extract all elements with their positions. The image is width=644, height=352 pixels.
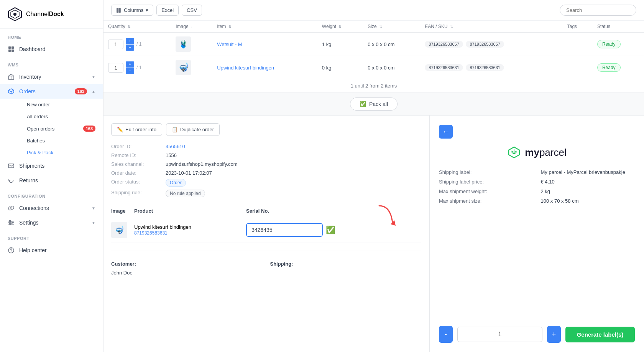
prod-ean-link[interactable]: 8719326583631 [134,230,168,236]
sort-size-icon[interactable]: ⇅ [379,25,382,29]
qty-btns-2: + − [126,61,134,74]
qty-input-1[interactable] [108,40,123,49]
label-qty-minus-button[interactable]: - [439,326,453,343]
prod-serial-cell: ✅ [246,217,421,243]
sidebar-item-shipments[interactable]: Shipments [0,159,103,173]
shipping-label: Shipping: [270,261,422,267]
customer-label: Customer: [111,261,263,267]
logo-icon [8,7,22,21]
search-input[interactable] [560,5,636,16]
shipping-panel: ← myparcel Shipping label: My parcel - M… [429,116,644,352]
svg-rect-4 [12,46,14,49]
excel-button[interactable]: Excel [156,5,179,16]
qty-input-2[interactable] [108,63,123,73]
customer-col: Customer: John Doe [111,261,263,277]
cube-icon [8,88,15,95]
dashboard-label: Dashboard [19,46,95,52]
item-link-2[interactable]: Upwind kitesurf bindingen [217,65,274,71]
excel-label: Excel [161,7,174,13]
label-price-value: € 4.10 [541,179,635,185]
order-info-grid: Order ID: 4565610 Remote ID: 1556 Sales … [111,144,421,197]
sort-item-icon[interactable]: ⇅ [228,25,232,29]
prod-col-image: Image [111,205,134,217]
box-icon [8,73,15,80]
sidebar-item-help[interactable]: Help center [0,243,103,258]
sales-channel-label: Sales channel: [111,161,161,167]
csv-button[interactable]: CSV [182,5,202,16]
serial-no-input[interactable] [246,223,323,237]
shipping-col: Shipping: [270,261,422,277]
help-label: Help center [19,247,95,253]
edit-order-label: Edit order info [125,127,156,132]
svg-rect-3 [8,46,11,49]
divider [111,251,421,251]
sort-image-icon[interactable]: ↓ [191,25,193,29]
svg-marker-22 [391,220,396,226]
edit-order-button[interactable]: ✏️ Edit order info [111,123,162,136]
sidebar-item-returns[interactable]: Returns [0,173,103,188]
sort-ean-icon[interactable]: ⇅ [450,25,453,29]
qty-plus-1[interactable]: + [126,38,134,44]
row2-image: 🤿 [171,56,212,79]
order-date-label: Order date: [111,170,161,176]
pack-all-button[interactable]: ✅ Pack all [350,98,398,111]
pack-all-label: Pack all [369,101,388,107]
sub-item-new-order[interactable]: New order [19,99,103,111]
qty-minus-1[interactable]: − [126,45,134,51]
row1-qty: + − / 1 [104,33,171,56]
item-link-1[interactable]: Wetsuit - M [217,41,242,47]
sidebar: ChannelDock Home Dashboard WMS Inventory… [0,0,104,352]
sidebar-item-dashboard[interactable]: Dashboard [0,42,103,56]
qty-minus-2[interactable]: − [126,68,134,74]
ean-tag-2b: 8719326583631 [466,64,504,71]
shipping-rule-label: Shipping rule: [111,190,161,197]
sidebar-item-inventory[interactable]: Inventory ▼ [0,69,103,84]
settings-label: Settings [19,220,87,226]
prod-name: Upwind kitesurf bindingen [134,224,246,230]
logo-area: ChannelDock [0,0,103,29]
row1-weight: 1 kg [317,33,363,56]
prod-img-cell: 🤿 [111,217,134,243]
label-qty-plus-button[interactable]: + [547,326,561,343]
label-qty-input[interactable] [457,327,542,342]
pack-all-bar[interactable]: ✅ Pack all [104,93,644,115]
status-badge-1: Ready [597,40,621,48]
row2-item: Upwind kitesurf bindingen [212,56,317,79]
sub-item-all-orders[interactable]: All orders [19,111,103,122]
remote-id-label: Remote ID: [111,152,161,158]
sub-item-open-orders[interactable]: Open orders 163 [19,122,103,135]
label-controls: - + Generate label(s) [439,326,635,343]
orders-badge: 163 [75,88,87,94]
duplicate-order-button[interactable]: 📋 Duplicate order [166,123,220,136]
max-size-label: Max shipment size: [439,198,533,204]
sub-item-batches[interactable]: Batches [19,135,103,147]
row2-qty: + − / 1 [104,56,171,79]
prod-name-cell: Upwind kitesurf bindingen 8719326583631 [134,217,246,243]
order-id-link[interactable]: 4565610 [166,144,185,149]
sidebar-item-connections[interactable]: Connections ▼ [0,201,103,215]
sub-item-pick-pack[interactable]: Pick & Pack [19,147,103,159]
generate-labels-button[interactable]: Generate label(s) [565,327,635,342]
svg-rect-21 [120,8,121,13]
toolbar-left: Columns ▾ Excel CSV [111,5,202,16]
row1-size: 0 x 0 x 0 cm [363,33,420,56]
sidebar-item-settings[interactable]: Settings ▼ [0,215,103,230]
max-weight-label: Max shipment weight: [439,188,533,194]
columns-button[interactable]: Columns ▾ [111,5,153,16]
section-home: Home [0,29,103,42]
back-button[interactable]: ← [439,125,453,139]
csv-label: CSV [187,7,197,13]
svg-rect-5 [8,50,11,52]
max-weight-value: 2 kg [541,188,635,194]
sort-quantity-icon[interactable]: ⇅ [128,25,131,29]
mail-icon [8,162,15,169]
sort-weight-icon[interactable]: ⇅ [338,25,342,29]
product-img-1: 🩱 [176,36,191,52]
myparcel-logo: myparcel [439,145,635,160]
svg-rect-20 [118,8,120,13]
qty-plus-2[interactable]: + [126,61,134,68]
orders-sub-menu: New order All orders Open orders 163 Bat… [0,99,103,159]
label-price-label: Shipping label price: [439,179,533,185]
sidebar-item-orders[interactable]: Orders 163 ▲ [0,84,103,99]
grid-icon [8,46,15,53]
